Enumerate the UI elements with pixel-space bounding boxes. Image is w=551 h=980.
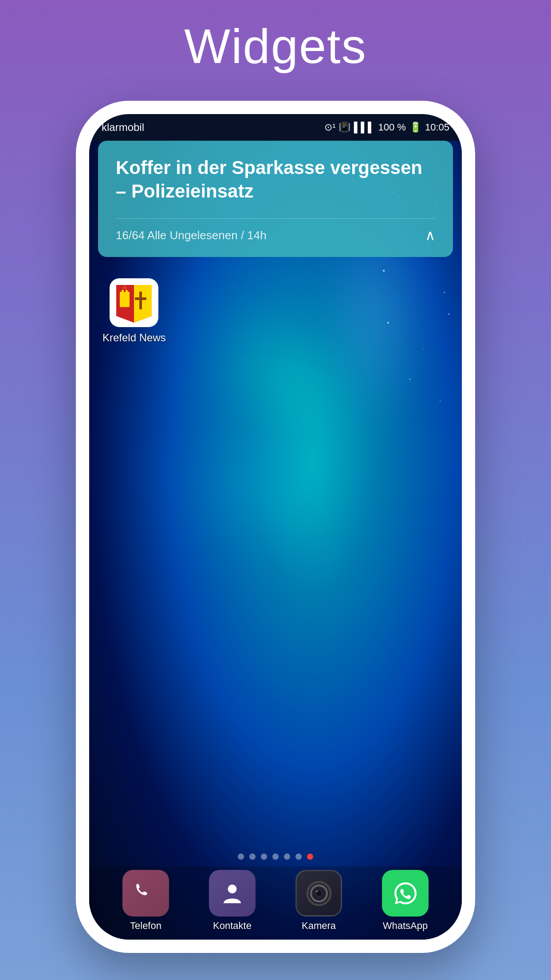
dock-item-whatsapp[interactable]: WhatsApp [382, 870, 429, 932]
battery-percent: 100 % [378, 122, 406, 133]
dot-3[interactable] [261, 854, 267, 860]
clock: 10:05 [425, 122, 449, 133]
svg-point-14 [440, 400, 441, 401]
page-dots [89, 854, 462, 860]
svg-rect-17 [120, 292, 130, 307]
battery-icon: 🔋 [409, 122, 421, 133]
camera-icon [306, 881, 332, 906]
whatsapp-icon [392, 880, 419, 907]
telefon-label: Telefon [130, 920, 161, 932]
svg-point-6 [383, 270, 385, 272]
dock-item-kamera[interactable]: Kamera [295, 870, 342, 932]
phone-screen: klarmobil ⊙¹ 📳 ▌▌▌ 100 % 🔋 10:05 [89, 114, 462, 940]
svg-rect-21 [139, 292, 142, 309]
widget-meta: 16/64 Alle Ungelesenen / 14h [116, 229, 267, 242]
kontakte-icon-bg [209, 870, 256, 917]
status-right: ⊙¹ 📳 ▌▌▌ 100 % 🔋 10:05 [324, 122, 449, 133]
svg-point-23 [228, 885, 237, 893]
krefeld-icon-image [110, 278, 158, 327]
svg-rect-22 [135, 297, 146, 300]
dot-2[interactable] [249, 854, 256, 860]
dot-5[interactable] [284, 854, 290, 860]
dock: Telefon Kontakte [89, 866, 462, 940]
whatsapp-icon-bg [382, 870, 429, 917]
svg-point-29 [316, 890, 318, 892]
kontakte-label: Kontakte [213, 920, 252, 932]
svg-point-28 [317, 891, 321, 896]
carrier-label: klarmobil [102, 121, 144, 134]
svg-point-7 [444, 292, 445, 293]
dock-item-kontakte[interactable]: Kontakte [209, 870, 256, 932]
kamera-label: Kamera [302, 920, 336, 932]
page-title: Widgets [184, 18, 366, 74]
krefeld-label: Krefeld News [102, 332, 166, 344]
status-icons: ⊙¹ 📳 [324, 122, 350, 133]
dock-item-telefon[interactable]: Telefon [122, 870, 169, 932]
svg-point-10 [448, 313, 449, 315]
kamera-icon-bg [295, 870, 342, 917]
chevron-up-icon[interactable]: ∧ [425, 227, 435, 244]
news-widget[interactable]: Koffer in der Sparkasse vergessen – Poli… [98, 141, 453, 257]
contacts-icon [220, 881, 244, 905]
dot-1[interactable] [238, 854, 244, 860]
status-bar: klarmobil ⊙¹ 📳 ▌▌▌ 100 % 🔋 10:05 [89, 114, 462, 141]
widget-headline: Koffer in der Sparkasse vergessen – Poli… [116, 156, 435, 203]
signal-icon: ▌▌▌ [354, 122, 375, 133]
dot-7-active[interactable] [307, 854, 313, 860]
wallpaper: Koffer in der Sparkasse vergessen – Poli… [89, 141, 462, 940]
svg-point-11 [422, 348, 423, 349]
coat-of-arms-svg [112, 281, 156, 325]
svg-point-12 [387, 322, 389, 324]
dot-6[interactable] [295, 854, 302, 860]
whatsapp-label: WhatsApp [383, 920, 428, 932]
svg-point-13 [409, 379, 410, 380]
krefeld-news-app-icon[interactable]: Krefeld News [102, 278, 166, 344]
telefon-icon-bg [122, 870, 169, 917]
widget-footer: 16/64 Alle Ungelesenen / 14h ∧ [116, 218, 435, 244]
dot-4[interactable] [272, 854, 279, 860]
svg-marker-16 [134, 285, 152, 323]
phone-frame: klarmobil ⊙¹ 📳 ▌▌▌ 100 % 🔋 10:05 [76, 101, 475, 953]
svg-rect-20 [122, 288, 128, 290]
phone-icon [134, 881, 158, 905]
